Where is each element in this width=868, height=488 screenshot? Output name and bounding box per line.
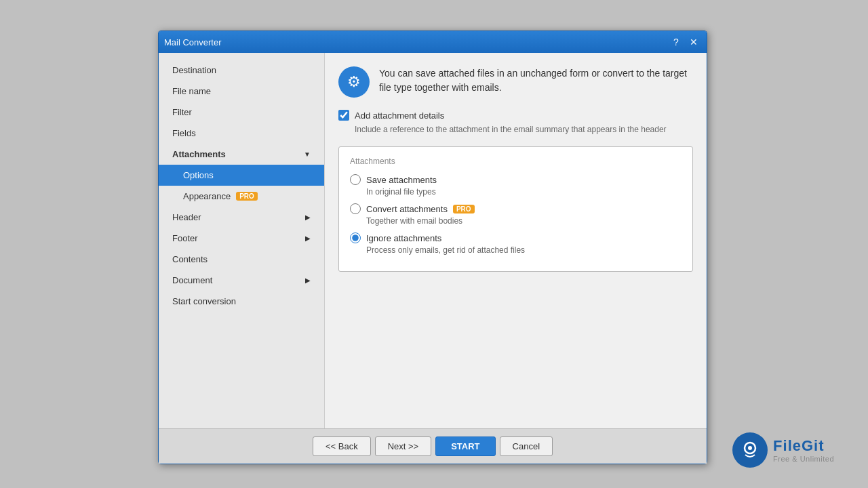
window-title: Mail Converter: [164, 37, 222, 47]
attachments-group-title: Attachments: [350, 157, 682, 166]
info-box: ⚙ You can save attached files in an unch…: [338, 66, 693, 98]
add-attachment-details-row: Add attachment details: [338, 110, 693, 121]
next-button[interactable]: Next >>: [375, 436, 432, 456]
filegit-svg-icon: [740, 440, 760, 460]
save-attachments-label[interactable]: Save attachments: [366, 175, 437, 185]
sidebar-item-appearance[interactable]: Appearance PRO: [159, 186, 324, 207]
appearance-pro-badge: PRO: [236, 192, 258, 201]
ignore-attachments-radio[interactable]: [350, 232, 361, 243]
convert-attachments-option: Convert attachments PRO Together with em…: [350, 203, 682, 226]
add-attachment-description: Include a reference to the attachment in…: [355, 125, 693, 134]
main-window: Mail Converter ? ✕ Destination File name…: [158, 30, 707, 464]
title-bar-controls: ? ✕: [669, 35, 701, 49]
info-text: You can save attached files in an unchan…: [379, 66, 693, 95]
title-bar: Mail Converter ? ✕: [159, 31, 707, 53]
close-button[interactable]: ✕: [686, 35, 701, 49]
save-attachments-option: Save attachments In original file types: [350, 174, 682, 197]
start-button[interactable]: START: [435, 436, 495, 456]
filegit-text-block: FileGit Free & Unlimited: [773, 437, 834, 463]
filegit-icon: [732, 432, 768, 468]
cancel-button[interactable]: Cancel: [500, 436, 553, 456]
footer-arrow-icon: ▶: [305, 235, 311, 242]
svg-point-1: [748, 446, 752, 450]
convert-attachments-label[interactable]: Convert attachments PRO: [366, 204, 475, 214]
sidebar-item-options[interactable]: Options: [159, 165, 324, 186]
back-button[interactable]: << Back: [313, 436, 371, 456]
help-button[interactable]: ?: [669, 35, 684, 49]
convert-attachments-row: Convert attachments PRO: [350, 203, 682, 214]
convert-pro-badge: PRO: [453, 205, 475, 214]
attachments-arrow-icon: ▼: [304, 150, 311, 158]
filegit-logo: FileGit Free & Unlimited: [732, 432, 834, 468]
sidebar: Destination File name Filter Fields Atta…: [159, 53, 325, 428]
sidebar-item-filter[interactable]: Filter: [159, 102, 324, 123]
sidebar-item-start-conversion[interactable]: Start conversion: [159, 291, 324, 312]
filegit-name: FileGit: [773, 437, 834, 455]
save-attachments-description: In original file types: [366, 187, 682, 197]
convert-attachments-description: Together with email bodies: [366, 216, 682, 226]
ignore-attachments-option: Ignore attachments Process only emails, …: [350, 232, 682, 255]
sidebar-item-file-name[interactable]: File name: [159, 81, 324, 102]
content-area: ⚙ You can save attached files in an unch…: [325, 53, 707, 428]
filegit-sub: Free & Unlimited: [773, 455, 834, 463]
save-attachments-row: Save attachments: [350, 174, 682, 185]
sidebar-item-footer[interactable]: Footer ▶: [159, 228, 324, 249]
sidebar-item-contents[interactable]: Contents: [159, 249, 324, 270]
document-arrow-icon: ▶: [305, 277, 311, 284]
ignore-attachments-description: Process only emails, get rid of attached…: [366, 245, 682, 255]
window-body: Destination File name Filter Fields Atta…: [159, 53, 707, 428]
sidebar-item-attachments[interactable]: Attachments ▼: [159, 144, 324, 165]
ignore-attachments-row: Ignore attachments: [350, 232, 682, 243]
add-attachment-details-checkbox[interactable]: [338, 110, 349, 121]
sidebar-item-destination[interactable]: Destination: [159, 60, 324, 81]
gear-icon: ⚙: [338, 66, 370, 98]
header-arrow-icon: ▶: [305, 214, 311, 221]
sidebar-item-header[interactable]: Header ▶: [159, 207, 324, 228]
attachments-group: Attachments Save attachments In original…: [338, 146, 693, 272]
footer: << Back Next >> START Cancel: [159, 428, 707, 464]
save-attachments-radio[interactable]: [350, 174, 361, 185]
sidebar-item-fields[interactable]: Fields: [159, 123, 324, 144]
ignore-attachments-label[interactable]: Ignore attachments: [366, 233, 441, 243]
convert-attachments-radio[interactable]: [350, 203, 361, 214]
sidebar-item-document[interactable]: Document ▶: [159, 270, 324, 291]
add-attachment-details-label[interactable]: Add attachment details: [355, 110, 444, 121]
